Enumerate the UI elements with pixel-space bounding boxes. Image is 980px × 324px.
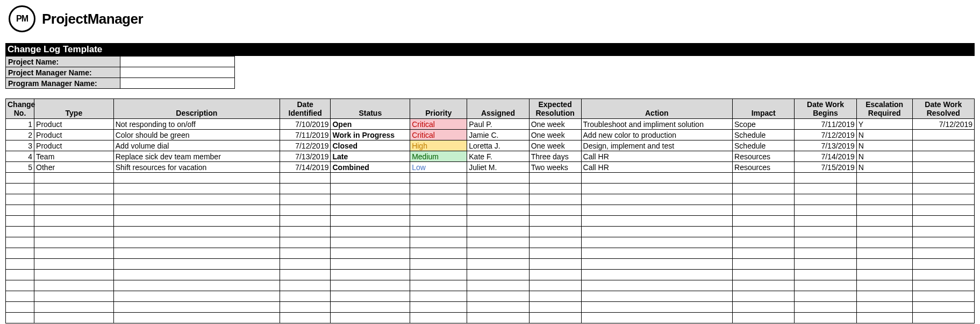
empty-cell[interactable] xyxy=(581,227,732,237)
cell-impact[interactable]: Scope xyxy=(733,119,795,130)
cell-type[interactable]: Product xyxy=(34,140,114,151)
cell-date-identified[interactable]: 7/10/2019 xyxy=(280,119,331,130)
empty-cell[interactable] xyxy=(410,248,467,259)
cell-escalation[interactable]: Y xyxy=(856,119,912,130)
empty-cell[interactable] xyxy=(113,237,280,248)
empty-cell[interactable] xyxy=(280,302,331,313)
empty-cell[interactable] xyxy=(733,291,795,302)
cell-date-identified[interactable]: 7/14/2019 xyxy=(280,162,331,173)
cell-date-resolved[interactable]: 7/12/2019 xyxy=(912,119,974,130)
empty-cell[interactable] xyxy=(6,237,34,248)
empty-cell[interactable] xyxy=(280,227,331,237)
empty-cell[interactable] xyxy=(113,184,280,194)
cell-escalation[interactable]: N xyxy=(856,162,912,173)
empty-cell[interactable] xyxy=(856,270,912,280)
empty-cell[interactable] xyxy=(410,237,467,248)
empty-cell[interactable] xyxy=(856,194,912,205)
empty-cell[interactable] xyxy=(467,227,529,237)
empty-cell[interactable] xyxy=(34,280,114,291)
empty-cell[interactable] xyxy=(331,194,410,205)
empty-cell[interactable] xyxy=(34,291,114,302)
empty-cell[interactable] xyxy=(6,259,34,270)
empty-cell[interactable] xyxy=(529,216,581,227)
empty-cell[interactable] xyxy=(529,259,581,270)
empty-cell[interactable] xyxy=(856,237,912,248)
empty-cell[interactable] xyxy=(34,173,114,184)
empty-cell[interactable] xyxy=(467,184,529,194)
cell-date-begin[interactable]: 7/13/2019 xyxy=(795,140,856,151)
empty-cell[interactable] xyxy=(467,205,529,216)
empty-cell[interactable] xyxy=(912,280,974,291)
cell-change-no[interactable]: 3 xyxy=(6,140,34,151)
empty-cell[interactable] xyxy=(467,237,529,248)
cell-date-begin[interactable]: 7/11/2019 xyxy=(795,119,856,130)
empty-cell[interactable] xyxy=(912,194,974,205)
empty-cell[interactable] xyxy=(529,313,581,323)
empty-cell[interactable] xyxy=(733,205,795,216)
empty-cell[interactable] xyxy=(113,194,280,205)
empty-cell[interactable] xyxy=(113,227,280,237)
cell-expected[interactable]: One week xyxy=(529,130,581,140)
empty-cell[interactable] xyxy=(410,173,467,184)
empty-cell[interactable] xyxy=(856,302,912,313)
empty-cell[interactable] xyxy=(34,302,114,313)
empty-cell[interactable] xyxy=(280,313,331,323)
empty-cell[interactable] xyxy=(6,184,34,194)
cell-action[interactable]: Call HR xyxy=(581,162,732,173)
empty-cell[interactable] xyxy=(280,270,331,280)
empty-cell[interactable] xyxy=(467,280,529,291)
cell-date-identified[interactable]: 7/12/2019 xyxy=(280,140,331,151)
cell-date-identified[interactable]: 7/13/2019 xyxy=(280,151,331,162)
empty-cell[interactable] xyxy=(6,280,34,291)
empty-cell[interactable] xyxy=(733,302,795,313)
empty-cell[interactable] xyxy=(733,184,795,194)
empty-cell[interactable] xyxy=(912,237,974,248)
empty-cell[interactable] xyxy=(581,270,732,280)
empty-cell[interactable] xyxy=(733,216,795,227)
empty-cell[interactable] xyxy=(331,227,410,237)
cell-priority[interactable]: Medium xyxy=(410,151,467,162)
empty-cell[interactable] xyxy=(331,216,410,227)
empty-cell[interactable] xyxy=(280,216,331,227)
empty-cell[interactable] xyxy=(331,313,410,323)
empty-cell[interactable] xyxy=(733,248,795,259)
empty-cell[interactable] xyxy=(280,173,331,184)
cell-change-no[interactable]: 2 xyxy=(6,130,34,140)
empty-cell[interactable] xyxy=(795,227,856,237)
empty-cell[interactable] xyxy=(410,227,467,237)
empty-cell[interactable] xyxy=(795,270,856,280)
empty-cell[interactable] xyxy=(34,313,114,323)
cell-impact[interactable]: Resources xyxy=(733,151,795,162)
cell-assigned[interactable]: Juliet M. xyxy=(467,162,529,173)
cell-status[interactable]: Open xyxy=(331,119,410,130)
empty-cell[interactable] xyxy=(331,173,410,184)
empty-cell[interactable] xyxy=(113,248,280,259)
cell-date-begin[interactable]: 7/15/2019 xyxy=(795,162,856,173)
empty-cell[interactable] xyxy=(6,227,34,237)
empty-cell[interactable] xyxy=(6,291,34,302)
empty-cell[interactable] xyxy=(795,248,856,259)
empty-cell[interactable] xyxy=(912,184,974,194)
empty-cell[interactable] xyxy=(912,270,974,280)
empty-cell[interactable] xyxy=(856,313,912,323)
cell-status[interactable]: Combined xyxy=(331,162,410,173)
empty-cell[interactable] xyxy=(581,302,732,313)
empty-cell[interactable] xyxy=(795,259,856,270)
empty-cell[interactable] xyxy=(6,194,34,205)
cell-action[interactable]: Add new color to production xyxy=(581,130,732,140)
empty-cell[interactable] xyxy=(113,259,280,270)
cell-date-resolved[interactable] xyxy=(912,162,974,173)
project-name-value[interactable] xyxy=(120,57,235,67)
cell-date-resolved[interactable] xyxy=(912,140,974,151)
empty-cell[interactable] xyxy=(280,184,331,194)
empty-cell[interactable] xyxy=(733,194,795,205)
empty-cell[interactable] xyxy=(113,173,280,184)
empty-cell[interactable] xyxy=(6,205,34,216)
empty-cell[interactable] xyxy=(529,184,581,194)
empty-cell[interactable] xyxy=(529,227,581,237)
cell-priority[interactable]: High xyxy=(410,140,467,151)
empty-cell[interactable] xyxy=(912,291,974,302)
empty-cell[interactable] xyxy=(113,205,280,216)
empty-cell[interactable] xyxy=(529,194,581,205)
empty-cell[interactable] xyxy=(410,205,467,216)
